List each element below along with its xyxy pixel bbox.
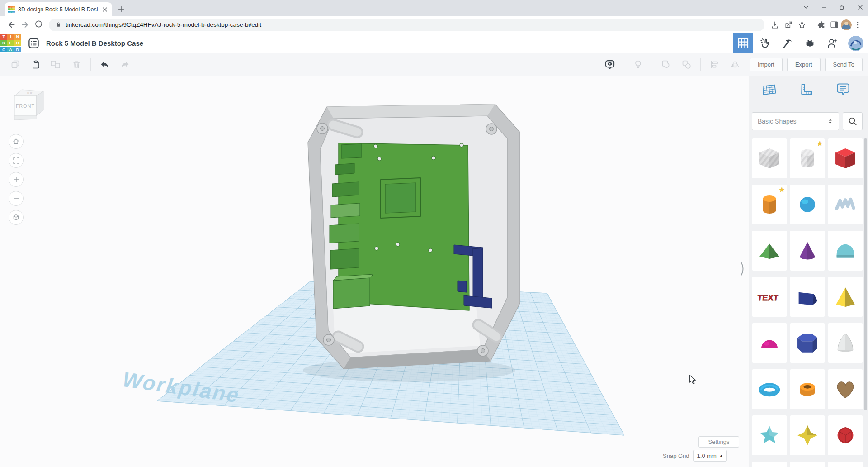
collaborate-person-icon[interactable] <box>821 33 844 53</box>
paste-icon[interactable] <box>31 59 41 70</box>
minecraft-pickaxe-icon[interactable] <box>776 33 798 53</box>
side-panel-icon[interactable] <box>827 20 841 29</box>
workplane-tool-icon[interactable] <box>761 81 778 98</box>
bookmark-star-icon[interactable] <box>795 20 809 30</box>
group-icon[interactable] <box>661 59 671 70</box>
shape-tile-blank[interactable] <box>752 462 787 467</box>
shape-tile-roundroof[interactable] <box>828 231 863 271</box>
shape-thumb-icon <box>755 144 783 172</box>
browser-tab[interactable]: 3D design Rock 5 Model B Deskt <box>5 2 112 16</box>
snap-grid-label: Snap Grid <box>663 453 689 459</box>
svg-text:TEXT: TEXT <box>757 293 778 302</box>
shape-tile-halfsphere[interactable] <box>752 323 787 363</box>
ruler-tool-icon[interactable] <box>798 81 814 98</box>
shape-tile-wedge[interactable] <box>790 277 825 317</box>
notes-tool-icon[interactable] <box>835 81 851 98</box>
zoom-in-button[interactable] <box>9 172 24 187</box>
duplicate-icon[interactable] <box>51 59 61 70</box>
padlock-icon <box>54 20 62 29</box>
editor-toolbar: Import Export Send To <box>0 53 868 76</box>
shape-tile-star4[interactable] <box>790 415 825 455</box>
extensions-puzzle-icon[interactable] <box>814 20 827 29</box>
show-all-icon[interactable] <box>604 59 615 70</box>
shape-tile-cube[interactable] <box>752 138 787 178</box>
browser-reload-icon[interactable] <box>32 19 45 30</box>
new-tab-button[interactable] <box>118 5 125 13</box>
shape-category-dropdown[interactable]: Basic Shapes <box>752 112 839 130</box>
shape-thumb-icon <box>755 421 783 449</box>
tinkercad-logo[interactable]: TINKERCAD <box>0 33 21 53</box>
copy-icon[interactable] <box>10 59 21 70</box>
sim-lab-icon[interactable] <box>753 33 776 53</box>
home-view-button[interactable] <box>9 134 24 149</box>
featured-star-icon: ★ <box>778 185 785 195</box>
panel-collapse-chevron-icon[interactable] <box>740 261 746 277</box>
window-restore-icon[interactable] <box>839 4 845 10</box>
shape-thumb-icon <box>793 421 821 449</box>
window-minimize-icon[interactable] <box>821 4 827 10</box>
shape-tile-star5[interactable] <box>752 415 787 455</box>
pcb-model[interactable] <box>330 143 469 310</box>
browser-back-icon[interactable] <box>5 19 18 30</box>
mirror-icon[interactable] <box>730 59 740 70</box>
3d-viewport[interactable]: Workplane <box>0 76 749 467</box>
fit-view-button[interactable] <box>9 153 24 168</box>
shape-tile-sphere[interactable] <box>790 185 825 224</box>
tab-close-icon[interactable] <box>101 6 108 13</box>
perspective-toggle-button[interactable] <box>9 210 24 225</box>
3d-design-mode-button[interactable] <box>733 33 753 53</box>
window-close-icon[interactable] <box>857 4 863 10</box>
shape-tile-cylinder[interactable]: ★ <box>752 185 787 224</box>
shape-tile-heart[interactable] <box>828 369 863 409</box>
design-title[interactable]: Rock 5 Model B Desktop Case <box>46 39 143 47</box>
shape-tile-hexprism[interactable] <box>790 323 825 363</box>
window-menu-chevron-icon[interactable] <box>803 4 809 10</box>
align-icon[interactable] <box>709 59 720 70</box>
redo-icon[interactable] <box>120 59 130 70</box>
download-icon[interactable] <box>768 20 782 30</box>
shape-tile-paraboloid[interactable] <box>828 323 863 363</box>
shape-tile-blank[interactable] <box>790 462 825 467</box>
scene-canvas[interactable]: Workplane <box>0 76 749 467</box>
shape-tile-scribble[interactable] <box>828 185 863 224</box>
shape-tile-cylinder[interactable]: ★ <box>790 138 825 178</box>
send-to-button[interactable]: Send To <box>825 58 863 71</box>
account-avatar[interactable] <box>848 36 863 51</box>
shape-tile-cone[interactable] <box>790 231 825 271</box>
browser-forward-icon[interactable] <box>18 19 32 30</box>
tinkercad-favicon-icon <box>8 6 15 13</box>
delete-icon[interactable] <box>71 59 82 70</box>
import-button[interactable]: Import <box>750 58 783 71</box>
design-properties-button[interactable] <box>28 37 40 49</box>
shape-tile-blank[interactable] <box>828 462 863 467</box>
undo-icon[interactable] <box>99 59 110 70</box>
panel-scrollbar[interactable] <box>864 138 867 410</box>
browser-address-bar-row: tinkercad.com/things/9CtqZ4HFvAJ-rock-5-… <box>0 16 868 33</box>
shape-tile-roof[interactable] <box>752 231 787 271</box>
address-bar[interactable]: tinkercad.com/things/9CtqZ4HFvAJ-rock-5-… <box>49 19 764 31</box>
tinkercad-header: TINKERCAD Rock 5 Model B Desktop Case <box>0 33 868 53</box>
browser-profile-avatar[interactable] <box>841 19 852 30</box>
shape-tile-torus[interactable] <box>752 369 787 409</box>
shape-tile-tube[interactable] <box>790 369 825 409</box>
share-icon[interactable] <box>782 20 795 30</box>
shape-tile-cube[interactable] <box>828 138 863 178</box>
shape-tile-icosphere[interactable] <box>828 415 863 455</box>
browser-menu-dots-icon[interactable] <box>852 20 863 29</box>
shape-thumb-icon <box>755 237 783 265</box>
shape-thumb-icon <box>755 191 783 219</box>
settings-button[interactable]: Settings <box>698 436 739 448</box>
export-button[interactable]: Export <box>787 58 821 71</box>
url-text: tinkercad.com/things/9CtqZ4HFvAJ-rock-5-… <box>66 21 261 28</box>
ungroup-icon[interactable] <box>681 59 692 70</box>
lightbulb-icon[interactable] <box>633 59 643 70</box>
shape-tile-pyramid[interactable] <box>828 277 863 317</box>
shape-thumb-icon <box>831 283 859 311</box>
lego-brick-icon[interactable] <box>798 33 821 53</box>
view-cube[interactable]: TOP FRONT <box>10 86 48 124</box>
shape-tile-text[interactable]: TEXT <box>752 277 787 317</box>
zoom-out-button[interactable] <box>9 191 24 206</box>
grid-3x3-icon <box>737 38 749 49</box>
snap-grid-select[interactable]: 1.0 mm ▲ <box>693 450 727 462</box>
search-shapes-button[interactable] <box>843 112 863 130</box>
